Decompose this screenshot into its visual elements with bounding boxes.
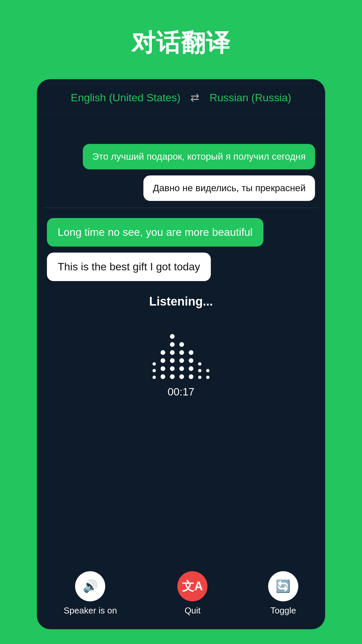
dot	[179, 350, 184, 355]
quit-button[interactable]: 文A	[177, 571, 207, 601]
dot	[198, 362, 201, 366]
wave-col-3	[170, 334, 175, 379]
wave-col-2	[161, 350, 165, 379]
bottom-controls: 🔊 Speaker is on 文A Quit 🔄 Toggle	[37, 565, 325, 629]
bottom-bubble-white: This is the best gift I got today	[47, 253, 211, 281]
dot	[153, 376, 156, 379]
dot	[189, 358, 193, 363]
messages-bottom-area: Long time no see, you are more beautiful…	[37, 208, 325, 284]
dot	[170, 358, 175, 363]
lang-left[interactable]: English (United States)	[71, 92, 180, 104]
dot	[170, 334, 175, 339]
main-card: English (United States) ⇄ Russian (Russi…	[37, 79, 325, 629]
dot	[161, 374, 165, 379]
top-bubble-white: Давно не виделись, ты прекрасней	[143, 175, 315, 201]
speaker-icon: 🔊	[83, 579, 98, 593]
dot	[161, 350, 165, 355]
quit-control[interactable]: 文A Quit	[177, 571, 207, 616]
dot	[170, 350, 175, 355]
wave-col-4	[179, 342, 184, 379]
dot	[179, 342, 184, 347]
toggle-label: Toggle	[270, 605, 296, 616]
quit-label: Quit	[185, 605, 201, 616]
translate-icon: 文A	[182, 578, 203, 595]
dot	[206, 376, 209, 379]
speaker-button[interactable]: 🔊	[75, 571, 105, 601]
listening-label: Listening...	[149, 294, 213, 309]
dot	[170, 366, 175, 371]
toggle-icon: 🔄	[276, 579, 291, 593]
speaker-label: Speaker is on	[64, 605, 117, 616]
messages-top-area: Это лучший подарок, который я получил се…	[37, 114, 325, 208]
dot	[161, 358, 165, 363]
toggle-control[interactable]: 🔄 Toggle	[268, 571, 298, 616]
wave-col-6	[198, 362, 201, 379]
wave-col-5	[189, 350, 193, 379]
dot	[198, 369, 201, 372]
dot	[179, 366, 184, 371]
speaker-control[interactable]: 🔊 Speaker is on	[64, 571, 117, 616]
swap-icon[interactable]: ⇄	[190, 91, 199, 104]
dot	[189, 350, 193, 355]
language-header: English (United States) ⇄ Russian (Russi…	[37, 79, 325, 114]
dot	[179, 358, 184, 363]
dot	[198, 376, 201, 379]
dot	[153, 362, 156, 366]
waveform	[153, 319, 209, 379]
dot	[170, 342, 175, 347]
dot	[153, 369, 156, 372]
dot	[206, 369, 209, 372]
dot	[179, 374, 184, 379]
bottom-bubble-green: Long time no see, you are more beautiful	[47, 218, 263, 247]
dot	[189, 366, 193, 371]
app-title: 对话翻译	[131, 27, 231, 59]
top-bubble-green: Это лучший подарок, который я получил се…	[83, 144, 315, 169]
listening-section: Listening...	[37, 284, 325, 565]
dot	[161, 366, 165, 371]
wave-col-1	[153, 362, 156, 379]
wave-col-7	[206, 369, 209, 379]
toggle-button[interactable]: 🔄	[268, 571, 298, 601]
dot	[189, 374, 193, 379]
dot	[170, 374, 175, 379]
lang-right[interactable]: Russian (Russia)	[209, 92, 291, 104]
timer: 00:17	[168, 386, 194, 398]
